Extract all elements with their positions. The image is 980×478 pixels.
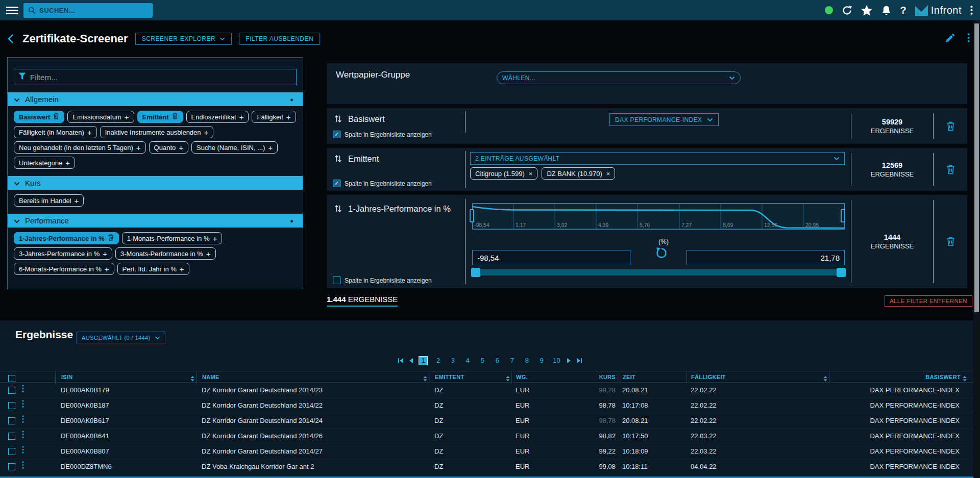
emittent-select[interactable]: 2 EINTRÄGE AUSGEWÄHLT (470, 152, 845, 165)
clear-all-filters-button[interactable]: ALLE FILTER ENTFERNEN (885, 295, 972, 307)
filter-chip[interactable]: Fälligkeit + (252, 111, 296, 123)
histogram-min-handle[interactable] (470, 209, 474, 222)
page-number[interactable]: 6 (493, 356, 502, 365)
page-number[interactable]: 4 (463, 356, 472, 365)
table-row[interactable]: DE000AK0B807 DZ Korridor Garant Deutschl… (0, 444, 980, 459)
filter-chip[interactable]: Fälligkeit (in Monaten) + (14, 126, 97, 138)
row-menu-icon[interactable] (22, 398, 24, 413)
page-number[interactable]: 8 (522, 356, 531, 365)
more-options-icon[interactable] (970, 6, 973, 15)
filter-chip[interactable]: Emissionsdatum + (67, 111, 134, 123)
show-column-checkbox[interactable]: ✓ (333, 276, 340, 284)
performance-max-input[interactable] (687, 250, 845, 265)
back-button[interactable] (7, 34, 14, 44)
screener-explorer-dropdown[interactable]: SCREENER-EXPLORER (135, 33, 232, 45)
filter-chip[interactable]: 3-Monats-Performance in % + (115, 247, 216, 260)
swap-vertical-icon[interactable] (334, 155, 342, 165)
section-performance[interactable]: Performance ● (8, 214, 303, 228)
row-menu-icon[interactable] (22, 444, 24, 459)
reset-range-icon[interactable] (655, 247, 668, 261)
last-page-icon[interactable] (576, 358, 582, 363)
row-checkbox[interactable] (8, 417, 15, 424)
page-number[interactable]: 2 (433, 356, 443, 365)
selected-value-chip[interactable]: DZ BANK (10.970) × (542, 167, 615, 180)
help-icon[interactable]: ? (900, 5, 906, 16)
card-label: Wertpapier-Gruppe (336, 70, 410, 80)
filter-chip[interactable]: Bereits im Handel + (14, 194, 84, 207)
page-number[interactable]: 7 (507, 356, 517, 365)
page-number[interactable]: 1 (419, 356, 428, 365)
filter-chip[interactable]: Endloszertifikat + (186, 111, 249, 123)
filter-chip[interactable]: Neu gehandelt (in den letzten 5 Tagen) + (14, 141, 146, 154)
row-checkbox[interactable] (8, 448, 15, 455)
filter-chip[interactable]: Quanto + (149, 141, 188, 154)
range-slider[interactable] (472, 269, 845, 275)
show-column-checkbox[interactable]: ✓ (333, 180, 340, 187)
next-page-icon[interactable] (567, 358, 571, 363)
first-page-icon[interactable] (398, 358, 404, 363)
slider-max-handle[interactable] (837, 268, 846, 277)
remove-filter-button[interactable] (934, 148, 967, 191)
edit-pencil-icon[interactable] (945, 33, 955, 45)
section-kurs[interactable]: Kurs (8, 176, 303, 190)
filter-chip[interactable]: Emittent (137, 111, 183, 123)
hide-filters-button[interactable]: FILTER AUSBLENDEN (239, 33, 320, 45)
row-menu-icon[interactable] (22, 459, 24, 474)
show-column-checkbox[interactable]: ✓ (333, 131, 340, 138)
cell-kurs: 98,78 (561, 398, 618, 413)
swap-vertical-icon[interactable] (334, 205, 342, 215)
section-allgemein[interactable]: Allgemein ● (8, 92, 303, 106)
favorites-star-icon[interactable] (861, 5, 872, 16)
table-row[interactable]: DE000DZ8TMN6 DZ Voba Kraichgau Korridor … (0, 459, 980, 474)
remove-filter-button[interactable] (934, 195, 967, 288)
filter-search-input[interactable] (30, 73, 292, 82)
global-search[interactable] (23, 3, 153, 18)
performance-min-input[interactable] (472, 250, 630, 265)
filter-chip[interactable]: Unterkategorie + (14, 157, 75, 169)
menu-icon[interactable] (6, 5, 19, 16)
page-number[interactable]: 9 (537, 356, 546, 365)
refresh-icon[interactable] (842, 5, 852, 16)
vertical-scrollbar[interactable] (973, 20, 980, 478)
notifications-bell-icon[interactable] (881, 5, 892, 16)
scrollbar-thumb[interactable] (974, 23, 979, 312)
results-count-link[interactable]: 1.444 ERGEBNISSE (327, 295, 398, 307)
filter-chip[interactable]: Perf. lfd. Jahr in % + (117, 263, 189, 275)
selected-value-chip[interactable]: Citigroup (1.599) × (470, 167, 537, 180)
close-icon[interactable]: × (529, 170, 533, 178)
table-row[interactable]: DE000AK0B187 DZ Korridor Garant Deutschl… (0, 398, 980, 413)
close-icon[interactable]: × (606, 170, 610, 178)
filter-chip[interactable]: 1-Monats-Performance in % + (122, 232, 223, 244)
page-number[interactable]: 3 (448, 356, 457, 365)
row-checkbox[interactable] (8, 433, 15, 440)
filter-chip[interactable]: 1-Jahres-Performance in % (14, 232, 119, 244)
row-checkbox[interactable] (8, 387, 15, 394)
row-menu-icon[interactable] (22, 413, 24, 428)
page-number[interactable]: 5 (478, 356, 487, 365)
selected-rows-dropdown[interactable]: AUSGEWÄHLT (0 / 1444) (77, 332, 165, 343)
swap-vertical-icon[interactable] (334, 115, 342, 125)
table-row[interactable]: DE000AK0B179 DZ Korridor Garant Deutschl… (0, 383, 980, 398)
filter-chip[interactable]: Inaktive Instrumente ausblenden + (100, 126, 214, 138)
filter-chip[interactable]: 6-Monats-Performance in % + (14, 263, 114, 275)
previous-page-icon[interactable] (409, 358, 413, 363)
basiswert-select[interactable]: DAX PERFORMANCE-INDEX (609, 113, 719, 126)
histogram-max-handle[interactable] (841, 209, 845, 222)
remove-filter-button[interactable] (934, 108, 967, 144)
filter-search[interactable] (14, 69, 297, 85)
table-row[interactable]: DE000AK0B641 DZ Korridor Garant Deutschl… (0, 429, 980, 444)
page-more-options-icon[interactable] (967, 33, 970, 44)
filter-chip[interactable]: 3-Jahres-Performance in % + (14, 247, 112, 260)
row-checkbox[interactable] (8, 463, 15, 470)
select-all-checkbox[interactable] (8, 375, 15, 382)
row-menu-icon[interactable] (22, 429, 24, 443)
slider-min-handle[interactable] (471, 268, 480, 277)
filter-chip[interactable]: Basiswert (14, 111, 64, 123)
page-number[interactable]: 10 (552, 356, 561, 365)
row-checkbox[interactable] (8, 402, 15, 409)
search-input[interactable] (39, 7, 148, 14)
row-menu-icon[interactable] (22, 383, 24, 397)
table-row[interactable]: DE000AK0B617 DZ Korridor Garant Deutschl… (0, 413, 980, 429)
wertpapier-gruppe-select[interactable]: WÄHLEN... (497, 71, 741, 84)
filter-chip[interactable]: Suche (Name, ISIN, ...) + (191, 141, 278, 154)
